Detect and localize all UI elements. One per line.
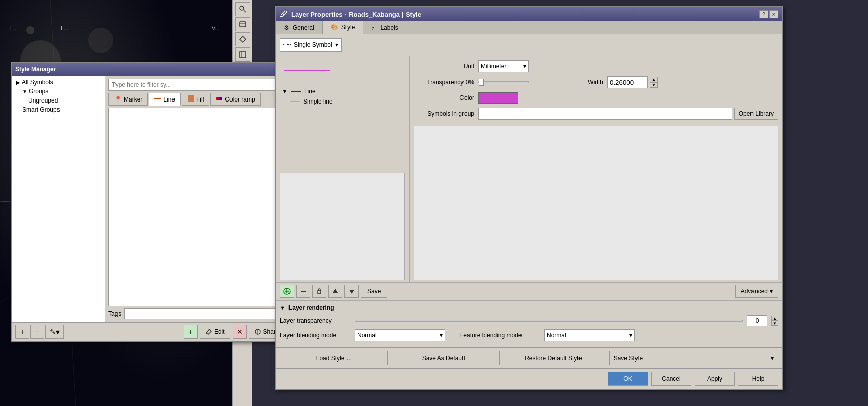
remove-layer-btn[interactable] [296,285,310,298]
save-btn[interactable]: Save [361,285,387,298]
symbol-tree-simple-line[interactable]: Simple line [280,96,405,107]
svg-marker-32 [333,289,338,293]
tab-labels[interactable]: 🏷 Labels [363,21,407,34]
symbols-group-label: Symbols in group [414,110,474,117]
layer-transparency-label: Layer transparency [280,317,351,324]
ok-btn[interactable]: OK [608,372,648,386]
layer-transparency-slider[interactable] [355,320,743,322]
svg-rect-21 [216,97,222,100]
toolbar-btn-1[interactable] [235,2,250,16]
color-swatch[interactable] [478,92,518,104]
tree-all-symbols[interactable]: ▶ All Symbols [14,78,103,87]
sm-remove-btn[interactable]: − [30,325,44,339]
tab-style[interactable]: 🎨 Style [323,21,364,34]
marker-icon: 📍 [114,96,122,103]
svg-point-2 [88,28,113,53]
feature-blending-dropdown[interactable]: Normal ▾ [544,329,635,341]
save-as-default-btn[interactable]: Save As Default [390,351,498,365]
toolbar-btn-4[interactable] [235,47,250,62]
unit-dropdown-arrow: ▾ [523,63,526,70]
symbols-group-input[interactable] [478,108,732,120]
sm-edit-btn[interactable]: Edit [200,325,230,339]
transparency-up-btn[interactable]: ▲ [771,316,778,321]
toolbar-btn-3[interactable] [235,32,250,46]
open-library-btn[interactable]: Open Library [734,108,778,120]
labels-tab-icon: 🏷 [371,24,377,31]
tab-color-ramp[interactable]: Color ramp [210,93,260,106]
layer-transparency-value[interactable]: 0 [747,315,767,326]
layer-rendering-section: ▼ Layer rendering Layer transparency 0 ▲… [276,300,782,347]
svg-line-13 [244,10,246,12]
style-tab-icon: 🎨 [331,24,338,31]
svg-point-12 [240,6,244,10]
save-style-btn[interactable]: Save Style ▾ [609,351,778,365]
tree-ungrouped[interactable]: Ungrouped [14,96,103,105]
help-btn[interactable]: Help [738,372,778,386]
style-buttons-row: Load Style ... Save As Default Restore D… [276,347,782,368]
tab-fill[interactable]: Fill [182,93,209,106]
svg-point-4 [26,26,34,34]
layer-props-titlebar: 🖊 Layer Properties - Roads_Kabanga | Sty… [276,7,782,21]
layer-props-tabs: ⚙ General 🎨 Style 🏷 Labels [276,21,782,34]
tags-label: Tags [108,310,121,317]
toolbar-btn-2[interactable] [235,17,250,31]
width-down-btn[interactable]: ▼ [650,82,658,88]
svg-rect-20 [188,95,194,102]
layer-blending-label: Layer blending mode [280,332,351,339]
unit-label: Unit [414,63,474,70]
symbol-tree-line[interactable]: ▼ Line [280,86,405,96]
transparency-slider[interactable] [478,81,529,83]
properties-preview [414,126,778,280]
sm-remove2-btn[interactable]: ✕ [233,325,247,339]
add-layer-btn[interactable] [280,285,294,298]
color-ramp-icon [216,95,223,104]
tab-line[interactable]: Line [149,93,181,106]
color-label: Color [414,94,474,102]
svg-rect-30 [301,291,306,292]
svg-marker-33 [349,290,354,294]
layer-props-help-btn[interactable]: ? [759,10,768,18]
width-label: Width [543,79,603,86]
sm-edit-dropdown-btn[interactable]: ✎▾ [45,325,64,339]
config-panel: Unit Millimeter ▾ Transparency 0% [410,56,782,282]
svg-rect-31 [318,291,321,294]
line-icon-tab [154,95,161,104]
feature-blend-arrow: ▾ [629,332,632,339]
apply-btn[interactable]: Apply [695,372,735,386]
move-down-btn[interactable] [344,285,359,298]
sm-add2-btn[interactable]: + [184,325,198,339]
width-input[interactable] [607,76,648,88]
unit-dropdown[interactable]: Millimeter ▾ [478,60,529,72]
transparency-label: Transparency 0% [414,79,474,86]
load-style-btn[interactable]: Load Style ... [280,351,388,365]
svg-rect-16 [240,52,246,58]
tree-smart-groups[interactable]: Smart Groups [14,105,103,114]
width-up-btn[interactable]: ▲ [650,77,658,82]
layer-blending-dropdown[interactable]: Normal ▾ [355,329,445,341]
transparency-down-btn[interactable]: ▼ [771,321,778,326]
render-type-dropdown[interactable]: 〰 Single Symbol ▾ [280,38,342,52]
blend-dropdown-arrow: ▾ [440,332,443,339]
cancel-btn[interactable]: Cancel [651,372,691,386]
render-type-arrow: ▾ [335,41,338,48]
layer-props-close-btn[interactable]: ✕ [769,10,778,18]
tree-groups[interactable]: ▼ Groups [14,87,103,96]
collapse-icon: ▼ [282,88,288,95]
move-up-btn[interactable] [328,285,342,298]
feature-blending-label: Feature blending mode [459,332,540,339]
symbol-tree-panel: ▼ Line Simple line [276,56,410,282]
symbol-actions-row: Save Advanced ▾ [276,282,782,300]
layer-props-title: Layer Properties - Roads_Kabanga | Style [291,11,421,18]
section-collapse-btn[interactable]: ▼ [280,304,285,311]
layer-props-window: 🖊 Layer Properties - Roads_Kabanga | Sty… [275,6,783,390]
sm-add-btn[interactable]: + [15,325,29,339]
render-type-row: 〰 Single Symbol ▾ [276,34,782,56]
restore-default-btn[interactable]: Restore Default Style [499,351,607,365]
lock-btn[interactable] [312,285,326,298]
fill-icon [187,95,194,104]
svg-rect-14 [240,22,246,27]
advanced-btn[interactable]: Advanced ▾ [735,285,778,298]
tab-general[interactable]: ⚙ General [276,21,323,34]
render-type-icon: 〰 [283,41,291,49]
tab-marker[interactable]: 📍 Marker [108,93,148,106]
